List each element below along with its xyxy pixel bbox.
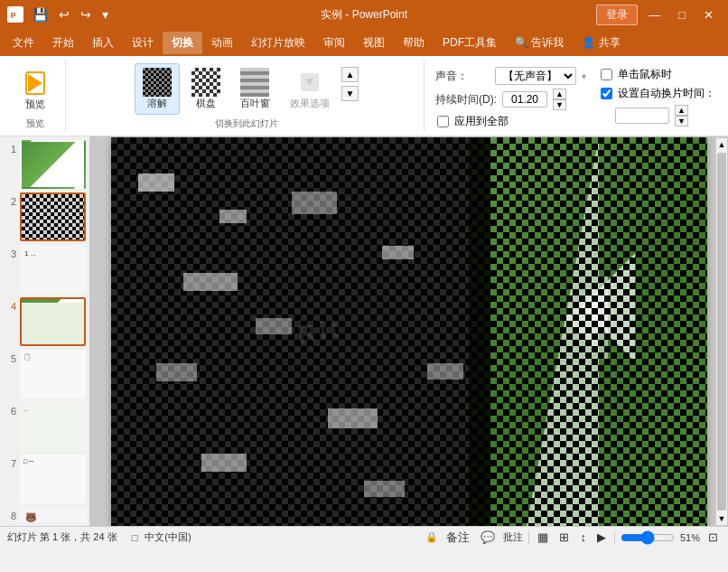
scroll-up-btn[interactable]: ▲ [341, 67, 359, 82]
scroll-down-btn[interactable]: ▼ [341, 86, 359, 101]
v-scrollbar[interactable]: ▲ ▼ [715, 137, 728, 526]
transition-dissolve-button[interactable]: 溶解 [135, 63, 180, 115]
slide-thumb-3[interactable]: 3 1 ... [4, 245, 86, 294]
slide-thumb-4[interactable]: 4 [4, 297, 86, 346]
svg-rect-13 [256, 318, 292, 334]
slide-thumb-7[interactable]: 7 □ ─ [4, 455, 86, 503]
menu-pdf[interactable]: PDF工具集 [434, 32, 506, 54]
blinds-label: 百叶窗 [240, 97, 270, 110]
duration-row: 持续时间(D): ▲ ▼ [435, 89, 586, 110]
slide-img-7[interactable]: □ ─ [20, 455, 86, 503]
menu-bar: 文件 开始 插入 设计 切换 动画 幻灯片放映 审阅 视图 帮助 PDF工具集 … [0, 29, 728, 56]
customize-btn[interactable]: ▾ [98, 5, 112, 23]
menu-insert[interactable]: 插入 [83, 32, 123, 54]
menu-review[interactable]: 审阅 [314, 32, 354, 54]
scroll-down-arrow[interactable]: ▼ [716, 512, 728, 525]
onclick-label: 单击鼠标时 [618, 67, 672, 82]
menu-view[interactable]: 视图 [354, 32, 394, 54]
sound-label: 声音： [435, 69, 490, 84]
zoom-slider[interactable] [621, 530, 675, 545]
slide-img-6[interactable]: ... [20, 402, 86, 451]
menu-slideshow[interactable]: 幻灯片放映 [242, 32, 314, 54]
reading-view-btn[interactable]: ↕ [577, 530, 589, 545]
status-right: 🔒 备注 💬 批注 ▦ ⊞ ↕ ▶ 51% ⊡ [425, 529, 721, 547]
title-bar: P 💾 ↩ ↪ ▾ 实例 - PowerPoint 登录 — □ ✕ [0, 0, 728, 29]
slide-img-4[interactable] [20, 297, 86, 346]
sound-dropdown-icon[interactable]: ▾ [582, 71, 586, 81]
duration-down[interactable]: ▼ [553, 99, 566, 110]
menu-design[interactable]: 设计 [123, 32, 163, 54]
duration-input[interactable] [502, 91, 547, 108]
menu-home[interactable]: 开始 [43, 32, 83, 54]
duration-up[interactable]: ▲ [553, 89, 566, 99]
slideshow-btn[interactable]: ▶ [594, 530, 609, 545]
svg-rect-12 [183, 273, 238, 291]
svg-rect-19 [364, 481, 405, 497]
slide-img-1[interactable] [20, 140, 86, 189]
menu-share[interactable]: 👤 共享 [573, 32, 629, 54]
menu-tell-me[interactable]: 🔍 告诉我 [506, 32, 573, 54]
slide-panel[interactable]: 1 2 3 1 ... 4 [0, 136, 90, 526]
menu-help[interactable]: 帮助 [394, 32, 434, 54]
auto-time-up[interactable]: ▲ [675, 105, 688, 116]
slide-img-3[interactable]: 1 ... [20, 245, 86, 294]
menu-transitions[interactable]: 切换 [163, 32, 202, 54]
notes-btn[interactable]: 备注 [443, 529, 472, 547]
slide-img-8[interactable]: 🐻 [20, 507, 86, 522]
ribbon-group-preview: 预览 预览 [5, 60, 66, 132]
redo-btn[interactable]: ↪ [77, 5, 95, 23]
dissolve-label: 溶解 [147, 97, 167, 110]
close-button[interactable]: ✕ [696, 6, 721, 23]
divider [528, 531, 529, 544]
comments-btn[interactable]: 💬 [478, 530, 498, 545]
slide-thumb-6[interactable]: 6 ... [4, 402, 86, 451]
sound-select[interactable]: 【无声音】 [495, 67, 576, 85]
onclick-checkbox[interactable] [601, 69, 612, 80]
save-btn[interactable]: 💾 [29, 5, 51, 23]
slide-num-5: 5 [4, 353, 16, 364]
scroll-up-arrow[interactable]: ▲ [716, 138, 728, 151]
transition-checkerboard-button[interactable]: 棋盘 [183, 63, 229, 115]
auto-time-input[interactable] [615, 108, 669, 124]
checkerboard-icon [191, 68, 220, 97]
title-bar-right: 登录 — □ ✕ [596, 5, 721, 25]
comments-label: 批注 [503, 530, 523, 544]
auto-checkbox[interactable] [601, 88, 612, 99]
fit-btn[interactable]: ⊡ [705, 530, 721, 545]
slide-img-2[interactable] [20, 192, 86, 241]
slide-num-4: 4 [4, 301, 16, 312]
slide-sorter-btn[interactable]: ⊞ [556, 530, 572, 545]
ribbon-group-timing: 声音： 【无声音】 ▾ 持续时间(D): ▲ ▼ [428, 60, 723, 132]
slide-num-3: 3 [4, 248, 16, 259]
transition-blinds-button[interactable]: 百叶窗 [232, 63, 278, 115]
apply-all-checkbox[interactable] [437, 116, 449, 127]
auto-time-row: ▲ ▼ [601, 105, 715, 127]
advance-settings: 单击鼠标时 设置自动换片时间： ▲ ▼ [601, 63, 715, 133]
ribbon: 预览 预览 溶解 [0, 56, 728, 136]
zoom-level: 51% [680, 532, 700, 543]
minimize-button[interactable]: — [641, 6, 667, 23]
duration-label: 持续时间(D): [435, 92, 497, 108]
undo-btn[interactable]: ↩ [55, 5, 73, 23]
slide-thumb-8[interactable]: 8 🐻 [4, 507, 86, 522]
auto-time-down[interactable]: ▼ [675, 116, 688, 127]
slide-num-7: 7 [4, 458, 16, 469]
scroll-thumb[interactable] [717, 153, 726, 511]
svg-rect-9 [138, 173, 174, 192]
slide-thumb-1[interactable]: 1 [4, 140, 86, 189]
ribbon-group-transitions: 溶解 棋盘 百叶窗 [70, 60, 425, 132]
slide-num-2: 2 [4, 196, 16, 207]
normal-view-btn[interactable]: ▦ [535, 530, 551, 545]
svg-rect-16 [328, 408, 378, 428]
effect-options-button[interactable]: ▼ 效果选项 [282, 63, 338, 115]
status-icon-1: □ [132, 532, 138, 543]
slide-thumb-5[interactable]: 5 📋 [4, 350, 86, 399]
app-icon: P [7, 6, 23, 23]
preview-button[interactable]: 预览 [13, 64, 58, 116]
slide-img-5[interactable]: 📋 [20, 350, 86, 399]
slide-thumb-2[interactable]: 2 [4, 192, 86, 241]
menu-file[interactable]: 文件 [4, 32, 43, 54]
login-button[interactable]: 登录 [596, 5, 638, 25]
menu-animations[interactable]: 动画 [202, 32, 242, 54]
maximize-button[interactable]: □ [671, 6, 693, 23]
